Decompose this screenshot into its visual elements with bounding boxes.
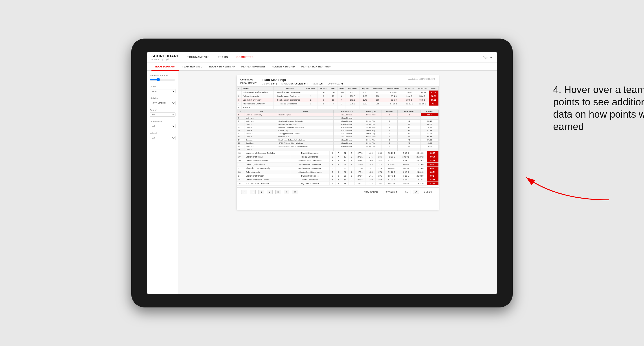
cell-overall: 53-41-1 bbox=[384, 174, 399, 178]
cell-vs25: 13-9-0 bbox=[403, 91, 416, 94]
nav-teams[interactable]: TEAMS bbox=[217, 56, 229, 59]
hover-cell-points[interactable]: 84.97 bbox=[421, 123, 439, 126]
hover-table: # Team Event Event Division Event Type R… bbox=[237, 110, 439, 151]
cell-school: Texas T... bbox=[242, 106, 273, 110]
tab-player-h2h-heatmap[interactable]: PLAYER H2H HEATMAP bbox=[298, 63, 334, 71]
hover-cell-type: Stroke Play bbox=[360, 113, 382, 117]
conference-select[interactable]: (All) bbox=[150, 124, 176, 128]
committee-title-line2: Portal Review bbox=[240, 81, 256, 85]
hover-cell-type bbox=[360, 117, 382, 120]
tab-team-summary[interactable]: TEAM SUMMARY bbox=[152, 63, 179, 71]
hover-cell-points[interactable]: 30-13 bbox=[421, 120, 439, 123]
cell-points[interactable]: 88.14 bbox=[427, 174, 438, 178]
hover-cell-event: Williams Cup bbox=[277, 135, 334, 139]
cell-conference: ASUN Conference bbox=[290, 178, 330, 182]
cell-points[interactable]: 83.61 bbox=[427, 167, 438, 170]
min-rounds-slider[interactable] bbox=[150, 78, 176, 82]
cell-points[interactable]: 83.07 bbox=[427, 151, 438, 155]
cell-no-tour: 6 bbox=[335, 163, 341, 167]
region-select[interactable]: N/A All bbox=[150, 113, 176, 117]
standings-section: Team Standings Update time: 13/03/2024 1… bbox=[256, 78, 435, 86]
undo-button[interactable]: ↩ bbox=[241, 190, 247, 194]
share-button[interactable]: ⤴ Share bbox=[422, 190, 434, 194]
hover-cell-div bbox=[334, 148, 360, 151]
hover-cell-points[interactable]: 21.26 bbox=[421, 132, 439, 135]
hover-cell-rank: 6 bbox=[237, 113, 245, 117]
hover-cell-points[interactable]: 74.81 bbox=[421, 126, 439, 129]
copy-button[interactable]: ⊞ bbox=[275, 190, 281, 194]
cell-conf-rank: 2 bbox=[330, 182, 336, 185]
cell-conference: Southeastern Conference bbox=[274, 98, 304, 102]
cell-adj-score: 277.6 bbox=[354, 159, 366, 163]
add-button[interactable]: + bbox=[284, 190, 289, 194]
comment-button[interactable]: 💬 bbox=[403, 190, 410, 194]
annotation-text: 4. Hover over a team's points to see add… bbox=[553, 83, 644, 133]
cell-overall: 86-4-0 bbox=[384, 94, 403, 98]
cell-points[interactable]: 83.89 bbox=[427, 178, 438, 182]
sub-nav: TEAM SUMMARY TEAM H2H GRID TEAM H2H HEAT… bbox=[147, 63, 497, 71]
nav-tournaments[interactable]: TOURNAMENTS bbox=[186, 56, 210, 59]
hover-cell-rank: 8 bbox=[237, 120, 245, 123]
forward-button[interactable]: ▶ bbox=[267, 190, 273, 194]
cell-vs50: 24-31-0 bbox=[413, 170, 427, 174]
cell-points[interactable]: 93.31 bbox=[429, 94, 438, 98]
hover-cell-points[interactable]: 42.73 bbox=[421, 129, 439, 132]
watch-button[interactable]: 👁 Watch ▼ bbox=[383, 190, 400, 194]
annotation-area: 4. Hover over a team's points to see add… bbox=[553, 83, 644, 133]
hover-cell-points[interactable]: 78.30 bbox=[421, 145, 439, 148]
resize-button[interactable]: ⤢ bbox=[413, 190, 419, 194]
nav-committee[interactable]: COMMITTEE bbox=[236, 56, 255, 59]
tab-player-h2h-grid[interactable]: PLAYER H2H GRID bbox=[268, 63, 298, 71]
sign-out-button[interactable]: Sign out bbox=[479, 56, 492, 59]
hover-cell-rounds bbox=[382, 117, 398, 120]
col-wins: Wins bbox=[338, 86, 346, 91]
hover-cell-points[interactable] bbox=[421, 117, 439, 120]
cell-vs25: 7-19-1 bbox=[399, 174, 413, 178]
clock-button[interactable]: ⏱ bbox=[292, 190, 298, 194]
cell-conference: Pac-12 Conference bbox=[290, 174, 330, 178]
table-row: 24 University of Oregon Pac-12 Conferenc… bbox=[237, 174, 439, 178]
cell-points[interactable]: 79.5 bbox=[429, 102, 438, 106]
hover-cell-points[interactable]: 50.44 bbox=[421, 135, 439, 139]
hover-row: 8 Univers... Southern Highlands Collegia… bbox=[237, 120, 439, 123]
tab-team-h2h-grid[interactable]: TEAM H2H GRID bbox=[179, 63, 206, 71]
cell-overall: 63-5-0 bbox=[384, 98, 403, 102]
cell-points[interactable]: 88.43 bbox=[427, 163, 438, 167]
cell-points[interactable]: 83.94 bbox=[427, 182, 438, 185]
cell-points[interactable] bbox=[429, 106, 438, 110]
division-select[interactable]: NCAA Division I NCAA Division II NCAA Di… bbox=[150, 101, 176, 105]
cell-points[interactable]: 88.70 bbox=[427, 155, 438, 159]
cell-overall bbox=[384, 106, 403, 110]
cell-avg-sg: 2.86 bbox=[360, 91, 371, 94]
table-row: 22 Mississippi State University Southeas… bbox=[237, 167, 439, 170]
cell-vs50: 32-19-2 bbox=[413, 159, 427, 163]
cell-bnds bbox=[329, 106, 338, 110]
table-row: 4 Arizona State University Pac-12 Confer… bbox=[237, 102, 439, 106]
filter-region: Region: All bbox=[312, 82, 323, 85]
tab-player-summary[interactable]: PLAYER SUMMARY bbox=[238, 63, 268, 71]
tab-team-h2h-heatmap[interactable]: TEAM H2H HEATMAP bbox=[206, 63, 238, 71]
cell-adj-score: 278.6 bbox=[354, 174, 366, 178]
back-button[interactable]: ◀ bbox=[258, 190, 264, 194]
hover-cell-points[interactable] bbox=[421, 148, 439, 151]
gender-select[interactable]: Men's Women's bbox=[150, 89, 176, 93]
hover-cell-event: Southern Highlands Collegiate bbox=[277, 120, 334, 123]
redo-button[interactable]: ↪ bbox=[250, 190, 256, 194]
cell-points[interactable]: 88.49 bbox=[427, 159, 438, 163]
cell-points[interactable]: 97.02 bbox=[429, 91, 438, 94]
hover-cell-points[interactable]: 110.43 bbox=[421, 113, 439, 117]
cell-avg-sg: 2.73 bbox=[360, 98, 371, 102]
cell-points[interactable]: 88.71 bbox=[427, 170, 438, 174]
hover-cell-rounds: 2 bbox=[382, 129, 398, 132]
hover-cell-points[interactable]: 97.86 bbox=[421, 139, 439, 142]
cell-points[interactable]: 90.32 bbox=[429, 98, 438, 102]
hover-cell-points[interactable]: 43.65 bbox=[421, 142, 439, 145]
filter-gender: Gender: Men's bbox=[262, 82, 277, 85]
school-select[interactable]: (All) bbox=[150, 136, 176, 140]
cell-rank: 24 bbox=[237, 174, 244, 178]
hover-cell-rounds bbox=[382, 148, 398, 151]
view-original-button[interactable]: View: Original bbox=[362, 190, 380, 194]
hover-row: 10 Univers... National Invitational Tour… bbox=[237, 126, 439, 129]
cell-school: The Ohio State University bbox=[244, 182, 290, 185]
cell-bnds: 262 bbox=[329, 91, 338, 94]
